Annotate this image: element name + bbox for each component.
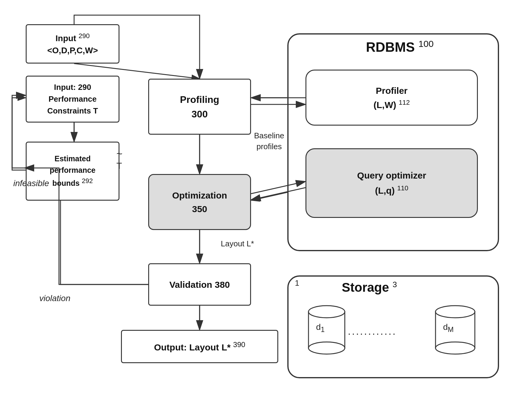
profiler-num: 112 — [399, 99, 410, 106]
cylinder-dots: ............ — [348, 325, 397, 337]
diagram: Input 290 <O,D,P,C,W> Input: 290 Perform… — [0, 0, 532, 414]
layout-lstar-label: Layout L* — [221, 239, 254, 248]
validation-box: Validation 380 — [148, 263, 251, 306]
svg-point-11 — [308, 342, 345, 354]
dm-cylinder-svg — [432, 303, 481, 357]
output-num: 390 — [233, 340, 245, 349]
input2-label: Input: 290 — [54, 83, 91, 92]
profiling-box: Profiling 300 — [148, 79, 251, 135]
estimated-num: 292 — [82, 177, 93, 185]
rdbms-container — [287, 33, 499, 251]
tilde-t-label: ~T — [116, 148, 122, 171]
query-optimizer-label: Query optimizer(L,q) — [357, 170, 426, 196]
svg-point-10 — [308, 306, 345, 318]
profiler-box: Profiler(L,W) 112 — [305, 70, 478, 126]
optimization-num: 350 — [192, 204, 207, 214]
optimization-label: Optimization — [172, 190, 227, 200]
input2-constraints: Constraints T — [47, 106, 98, 115]
input1-label: Input — [56, 34, 76, 43]
rdbms-title: RDBMS 100 — [366, 39, 434, 55]
violation-label: violation — [39, 294, 70, 303]
optimization-box: Optimization 350 — [148, 174, 251, 230]
output-label: Output: Layout L* — [154, 342, 230, 352]
output-box: Output: Layout L* 390 — [121, 330, 278, 363]
input2-box: Input: 290 Performance Constraints T — [26, 76, 119, 123]
d1-cylinder-svg — [305, 303, 348, 357]
infeasible-label: infeasible — [13, 179, 49, 188]
validation-label: Validation 380 — [169, 280, 230, 290]
query-optimizer-num: 110 — [397, 184, 408, 192]
input1-box: Input 290 <O,D,P,C,W> — [26, 24, 119, 64]
svg-point-14 — [436, 342, 475, 354]
input2-perf: Performance — [49, 94, 97, 104]
query-optimizer-box: Query optimizer(L,q) 110 — [305, 148, 478, 218]
d1-cylinder: d1 — [305, 303, 348, 357]
dm-cylinder: dM — [432, 303, 481, 357]
estimated-box: Estimatedperformancebounds 292 — [26, 142, 119, 201]
svg-point-13 — [436, 306, 475, 318]
input1-sub: <O,D,P,C,W> — [47, 46, 98, 55]
profiling-label: Profiling — [180, 94, 219, 105]
baseline-profiles-label: Baselineprofiles — [254, 130, 284, 152]
storage-num1: 1 — [295, 278, 299, 288]
storage-title: Storage 3 — [342, 280, 397, 295]
profiling-num: 300 — [191, 109, 207, 120]
input1-num: 290 — [79, 32, 90, 40]
